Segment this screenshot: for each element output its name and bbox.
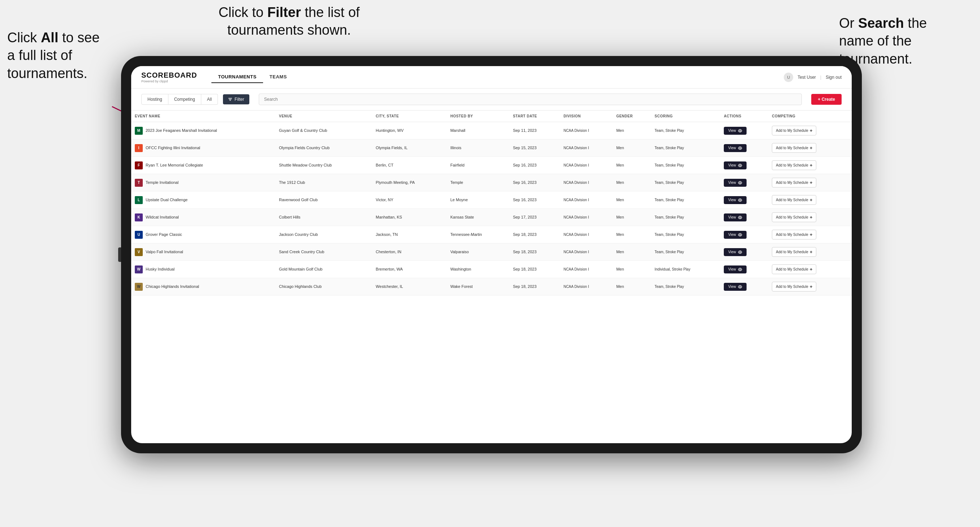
team-logo-3: F: [135, 162, 143, 170]
view-button-8[interactable]: View: [724, 248, 746, 256]
search-box: [259, 94, 802, 105]
add-schedule-button-7[interactable]: Add to My Schedule +: [772, 230, 816, 240]
cell-competing-3: Add to My Schedule +: [768, 157, 852, 174]
eye-icon: [738, 198, 742, 202]
table-body: M 2023 Joe Feaganes Marshall Invitationa…: [131, 122, 852, 295]
logo-sub: Powered by clippd: [141, 79, 197, 83]
add-schedule-button-1[interactable]: Add to My Schedule +: [772, 126, 816, 135]
event-name-1: 2023 Joe Feaganes Marshall Invitational: [146, 128, 217, 133]
add-schedule-button-8[interactable]: Add to My Schedule +: [772, 247, 816, 257]
add-schedule-button-5[interactable]: Add to My Schedule +: [772, 195, 816, 205]
add-schedule-button-4[interactable]: Add to My Schedule +: [772, 178, 816, 187]
eye-icon: [738, 215, 742, 220]
view-button-4[interactable]: View: [724, 179, 746, 187]
col-actions: ACTIONS: [720, 111, 768, 122]
cell-actions-2: View: [720, 140, 768, 157]
eye-icon: [738, 285, 742, 289]
cell-date-2: Sep 15, 2023: [509, 140, 560, 157]
filter-label: Filter: [234, 97, 244, 102]
table-row: U Grover Page Classic Jackson Country Cl…: [131, 226, 852, 243]
svg-point-16: [739, 286, 741, 287]
tab-competing[interactable]: Competing: [169, 94, 201, 105]
cell-scoring-6: Team, Stroke Play: [651, 209, 720, 226]
event-name-6: Wildcat Invitational: [146, 214, 179, 220]
cell-hosted-10: Wake Forest: [447, 278, 509, 295]
cell-event-name-10: W Chicago Highlands Invitational: [131, 278, 275, 295]
cell-venue-10: Chicago Highlands Club: [275, 278, 372, 295]
tournament-table-container: EVENT NAME VENUE CITY, STATE HOSTED BY S…: [131, 111, 852, 443]
search-input[interactable]: [259, 94, 802, 105]
cell-city-10: Westchester, IL: [372, 278, 447, 295]
cell-competing-1: Add to My Schedule +: [768, 122, 852, 140]
team-logo-10: W: [135, 283, 143, 291]
event-name-4: Temple Invitational: [146, 180, 178, 185]
event-name-8: Valpo Fall Invitational: [146, 249, 183, 255]
annotation-topright: Or Search thename of thetournament.: [839, 14, 969, 68]
event-name-5: Upstate Dual Challenge: [146, 197, 188, 203]
svg-point-10: [739, 182, 741, 184]
col-scoring: SCORING: [651, 111, 720, 122]
cell-actions-3: View: [720, 157, 768, 174]
cell-city-6: Manhattan, KS: [372, 209, 447, 226]
tab-hosting[interactable]: Hosting: [141, 94, 169, 105]
add-schedule-button-9[interactable]: Add to My Schedule +: [772, 264, 816, 274]
sign-out-link[interactable]: Sign out: [826, 75, 842, 80]
cell-actions-9: View: [720, 261, 768, 278]
view-button-9[interactable]: View: [724, 265, 746, 273]
cell-actions-7: View: [720, 226, 768, 243]
view-button-3[interactable]: View: [724, 162, 746, 170]
cell-venue-9: Gold Mountain Golf Club: [275, 261, 372, 278]
cell-gender-8: Men: [612, 243, 651, 261]
view-button-6[interactable]: View: [724, 213, 746, 221]
cell-gender-10: Men: [612, 278, 651, 295]
cell-city-5: Victor, NY: [372, 191, 447, 209]
cell-competing-5: Add to My Schedule +: [768, 191, 852, 209]
view-button-10[interactable]: View: [724, 283, 746, 291]
cell-date-10: Sep 18, 2023: [509, 278, 560, 295]
filter-button[interactable]: Filter: [223, 94, 249, 105]
cell-division-8: NCAA Division I: [560, 243, 612, 261]
cell-event-name-8: V Valpo Fall Invitational: [131, 243, 275, 261]
view-button-7[interactable]: View: [724, 231, 746, 239]
team-logo-5: L: [135, 196, 143, 204]
col-event-name: EVENT NAME: [131, 111, 275, 122]
add-schedule-button-3[interactable]: Add to My Schedule +: [772, 160, 816, 170]
logo-text: SCOREBOARD: [141, 71, 197, 79]
view-button-1[interactable]: View: [724, 127, 746, 135]
cell-hosted-5: Le Moyne: [447, 191, 509, 209]
cell-competing-9: Add to My Schedule +: [768, 261, 852, 278]
view-button-2[interactable]: View: [724, 144, 746, 152]
svg-point-13: [739, 234, 741, 235]
cell-scoring-9: Individual, Stroke Play: [651, 261, 720, 278]
add-schedule-button-2[interactable]: Add to My Schedule +: [772, 143, 816, 153]
cell-division-3: NCAA Division I: [560, 157, 612, 174]
col-gender: GENDER: [612, 111, 651, 122]
view-button-5[interactable]: View: [724, 196, 746, 204]
cell-event-name-4: T Temple Invitational: [131, 174, 275, 191]
cell-venue-4: The 1912 Club: [275, 174, 372, 191]
cell-competing-7: Add to My Schedule +: [768, 226, 852, 243]
cell-hosted-9: Washington: [447, 261, 509, 278]
team-logo-8: V: [135, 248, 143, 256]
cell-event-name-1: M 2023 Joe Feaganes Marshall Invitationa…: [131, 122, 275, 140]
cell-venue-2: Olympia Fields Country Club: [275, 140, 372, 157]
team-logo-1: M: [135, 127, 143, 135]
nav-tab-teams[interactable]: TEAMS: [263, 71, 293, 83]
nav-tab-tournaments[interactable]: TOURNAMENTS: [212, 71, 263, 83]
cell-city-1: Huntington, WV: [372, 122, 447, 140]
cell-division-6: NCAA Division I: [560, 209, 612, 226]
add-schedule-button-10[interactable]: Add to My Schedule +: [772, 282, 816, 292]
filter-icon: [228, 97, 232, 102]
logo-area: SCOREBOARD Powered by clippd: [141, 71, 197, 83]
cell-city-7: Jackson, TN: [372, 226, 447, 243]
col-competing: COMPETING: [768, 111, 852, 122]
main-nav: TOURNAMENTS TEAMS: [212, 71, 293, 83]
add-schedule-button-6[interactable]: Add to My Schedule +: [772, 213, 816, 222]
create-button[interactable]: + Create: [811, 94, 842, 105]
create-label: + Create: [818, 97, 835, 102]
tab-all[interactable]: All: [201, 94, 218, 105]
cell-city-4: Plymouth Meeting, PA: [372, 174, 447, 191]
cell-city-8: Chesterton, IN: [372, 243, 447, 261]
cell-gender-7: Men: [612, 226, 651, 243]
col-start-date: START DATE: [509, 111, 560, 122]
